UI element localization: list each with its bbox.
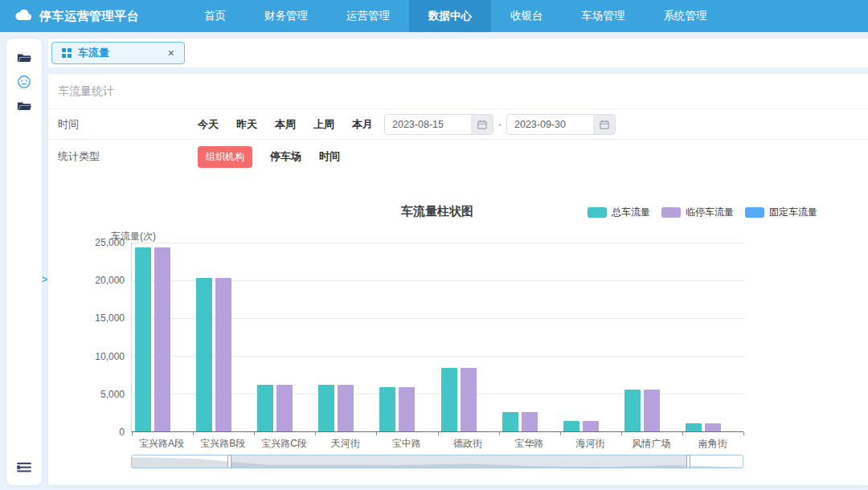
quick-link-昨天[interactable]: 昨天 <box>236 117 257 132</box>
bar-group <box>621 243 682 431</box>
app-header: 停车运营管理平台 首页财务管理运营管理数据中心收银台车场管理系统管理 <box>0 0 868 32</box>
y-tick-label: 20,000 <box>95 275 125 286</box>
x-axis-label: 天河街 <box>315 437 376 451</box>
tab-bar: 车流量 × <box>48 39 868 67</box>
close-icon[interactable]: × <box>168 47 174 59</box>
x-axis-labels: 宝兴路A段宝兴路B段宝兴路C段天河街宝中路德政街宝华路海河街风情广场南角街 <box>131 437 743 451</box>
time-filter-row: 时间 今天昨天本周上周本月 - <box>48 109 868 140</box>
nav-item-首页[interactable]: 首页 <box>185 0 245 32</box>
bar-总车流量[interactable] <box>686 423 702 431</box>
chart-bars <box>132 243 743 431</box>
bar-临停车流量[interactable] <box>338 385 354 431</box>
app-title: 停车运营管理平台 <box>39 9 139 24</box>
bar-临停车流量[interactable] <box>461 368 477 431</box>
chart-plot <box>131 243 743 432</box>
bar-临停车流量[interactable] <box>705 423 721 431</box>
x-axis-label: 宝兴路A段 <box>131 437 192 451</box>
x-axis-tick <box>315 432 316 435</box>
y-tick-label: 0 <box>119 427 125 438</box>
cloud-icon <box>14 9 32 24</box>
legend-swatch <box>588 207 607 218</box>
bar-group <box>254 243 315 431</box>
quick-link-本月[interactable]: 本月 <box>352 117 373 132</box>
y-tick-label: 15,000 <box>95 312 125 324</box>
x-axis-tick <box>499 432 500 435</box>
x-axis-label: 德政街 <box>437 437 498 451</box>
bar-group <box>682 243 743 431</box>
bar-总车流量[interactable] <box>318 385 334 431</box>
stat-option-组织机构[interactable]: 组织机构 <box>198 146 252 168</box>
x-axis-label: 宝兴路C段 <box>253 437 314 451</box>
quick-link-上周[interactable]: 上周 <box>313 117 334 132</box>
x-axis-label: 风情广场 <box>621 437 682 451</box>
y-axis-labels: 25,00020,00015,00010,0005,0000 <box>48 243 125 432</box>
main-panel: 车流量统计 时间 今天昨天本周上周本月 - <box>48 74 868 485</box>
start-date-field <box>384 114 493 135</box>
bar-临停车流量[interactable] <box>399 387 415 431</box>
bar-group <box>193 243 254 431</box>
bar-总车流量[interactable] <box>624 390 641 431</box>
legend-item-临停车流量[interactable]: 临停车流量 <box>661 206 734 219</box>
bar-临停车流量[interactable] <box>583 421 599 431</box>
tab-label: 车流量 <box>78 46 109 60</box>
menu-collapse-icon[interactable] <box>14 458 34 477</box>
start-date-input[interactable] <box>385 119 471 130</box>
datazoom-slider[interactable] <box>131 455 743 468</box>
stat-option-停车场[interactable]: 停车场 <box>270 149 301 164</box>
legend-item-总车流量[interactable]: 总车流量 <box>588 206 650 219</box>
nav-item-系统管理[interactable]: 系统管理 <box>645 0 727 32</box>
legend-swatch <box>661 207 681 218</box>
bar-group <box>560 243 621 431</box>
calendar-icon[interactable] <box>593 115 615 134</box>
bar-临停车流量[interactable] <box>215 278 231 431</box>
legend-label: 总车流量 <box>612 206 650 219</box>
panel-collapse-toggle[interactable]: > <box>42 274 47 285</box>
time-filter-label: 时间 <box>58 117 198 132</box>
nav-item-收银台[interactable]: 收银台 <box>491 0 563 32</box>
quick-link-本周[interactable]: 本周 <box>275 117 296 132</box>
bar-总车流量[interactable] <box>441 368 457 431</box>
datazoom-right-handle[interactable] <box>686 455 690 468</box>
nav-item-数据中心[interactable]: 数据中心 <box>409 0 491 32</box>
folder-icon[interactable] <box>14 48 34 67</box>
bar-临停车流量[interactable] <box>644 390 660 431</box>
main-nav: 首页财务管理运营管理数据中心收银台车场管理系统管理 <box>185 0 727 32</box>
bar-group <box>315 243 376 431</box>
nav-item-财务管理[interactable]: 财务管理 <box>245 0 327 32</box>
nav-item-运营管理[interactable]: 运营管理 <box>327 0 409 32</box>
bar-group <box>499 243 560 431</box>
bar-总车流量[interactable] <box>563 421 579 431</box>
stat-type-label: 统计类型 <box>58 149 198 164</box>
y-tick-label: 10,000 <box>95 351 125 362</box>
datazoom-thumb[interactable] <box>230 455 688 468</box>
date-separator: - <box>498 119 502 130</box>
legend-label: 临停车流量 <box>686 206 734 219</box>
x-axis-label: 南角街 <box>682 437 743 451</box>
bar-总车流量[interactable] <box>379 387 395 431</box>
folder-icon[interactable] <box>14 96 34 116</box>
y-tick-label: 5,000 <box>100 389 125 400</box>
sidebar <box>6 39 42 485</box>
legend-item-固定车流量[interactable]: 固定车流量 <box>745 206 817 219</box>
smiley-icon[interactable] <box>14 72 34 92</box>
legend-label: 固定车流量 <box>769 206 817 219</box>
bar-临停车流量[interactable] <box>276 385 293 431</box>
bar-group <box>132 243 193 431</box>
bar-总车流量[interactable] <box>257 385 273 431</box>
bar-总车流量[interactable] <box>135 247 151 431</box>
datazoom-left-handle[interactable] <box>227 455 231 468</box>
x-axis-label: 海河街 <box>559 437 620 451</box>
stat-option-时间[interactable]: 时间 <box>319 149 340 164</box>
stat-type-options: 组织机构停车场时间 <box>198 146 340 168</box>
x-axis-tick <box>193 432 194 435</box>
bar-总车流量[interactable] <box>502 412 518 431</box>
nav-item-车场管理[interactable]: 车场管理 <box>563 0 645 32</box>
calendar-icon[interactable] <box>471 115 493 134</box>
tab-traffic-flow[interactable]: 车流量 × <box>51 42 185 64</box>
bar-总车流量[interactable] <box>196 278 212 431</box>
bar-临停车流量[interactable] <box>522 412 538 431</box>
x-axis-tick <box>682 432 683 435</box>
bar-临停车流量[interactable] <box>154 247 170 431</box>
quick-link-今天[interactable]: 今天 <box>198 117 219 132</box>
end-date-input[interactable] <box>507 119 593 130</box>
